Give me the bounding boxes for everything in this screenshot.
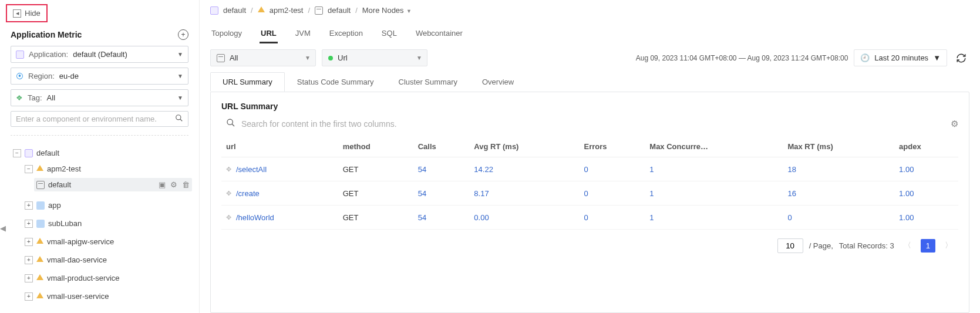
search-icon[interactable] — [175, 114, 183, 124]
subtab-overview[interactable]: Overview — [470, 72, 526, 92]
tab-webcontainer[interactable]: Webcontainer — [415, 25, 464, 43]
cell-max-rt[interactable]: 0 — [787, 213, 792, 222]
cell-max-conc[interactable]: 1 — [649, 165, 654, 174]
expand-icon[interactable] — [25, 292, 33, 301]
col-avg-rt[interactable]: Avg RT (ms) — [469, 136, 579, 157]
gear-icon[interactable]: ⚙ — [170, 180, 177, 189]
tab-sql[interactable]: SQL — [380, 25, 398, 43]
expand-icon[interactable] — [25, 220, 33, 228]
expand-icon[interactable] — [25, 201, 33, 210]
cell-avg-rt[interactable]: 8.17 — [474, 189, 489, 198]
cell-apdex[interactable]: 1.00 — [899, 189, 914, 198]
gear-icon[interactable]: ⚙ — [951, 119, 958, 129]
tree-node-apm2-test[interactable]: apm2-test — [22, 162, 192, 176]
cell-calls[interactable]: 54 — [418, 213, 426, 222]
collapse-icon[interactable] — [25, 165, 33, 173]
add-metric-button[interactable]: + — [178, 29, 188, 40]
time-preset-dropdown[interactable]: 🕘 Last 20 minutes ▼ — [854, 49, 947, 66]
image-icon[interactable]: ▣ — [159, 180, 166, 189]
tree-node-vmall-dao[interactable]: vmall-dao-service — [22, 253, 192, 267]
sidebar-search-input[interactable] — [16, 115, 171, 123]
delete-icon[interactable]: 🗑 — [182, 180, 190, 189]
page-button[interactable]: 1 — [921, 239, 935, 253]
col-method[interactable]: method — [338, 136, 413, 157]
folder-icon — [36, 201, 45, 210]
cell-errors[interactable]: 0 — [584, 189, 588, 198]
cell-max-rt[interactable]: 18 — [787, 165, 796, 174]
collapse-handle[interactable]: ◀ — [0, 223, 6, 233]
tree-node-subluban[interactable]: subLuban — [22, 217, 192, 230]
tree-root[interactable]: default — [11, 146, 192, 160]
breadcrumb-link[interactable]: default — [328, 6, 351, 15]
chevron-down-icon: ▼ — [177, 95, 183, 101]
cell-errors[interactable]: 0 — [584, 165, 588, 174]
application-select[interactable]: Application: default (Default) ▼ — [11, 46, 188, 63]
env-filter-dropdown[interactable]: All ▼ — [210, 49, 316, 66]
search-icon[interactable] — [226, 118, 235, 129]
chevron-down-icon: ▼ — [933, 53, 941, 62]
col-max-rt[interactable]: Max RT (ms) — [783, 136, 894, 157]
cube-icon — [258, 6, 265, 12]
subtab-cluster[interactable]: Cluster Summary — [386, 72, 470, 92]
cell-calls[interactable]: 54 — [418, 165, 426, 174]
col-url[interactable]: url — [221, 136, 338, 157]
col-apdex[interactable]: apdex — [894, 136, 958, 157]
breadcrumb-link[interactable]: apm2-test — [270, 6, 304, 15]
table-row[interactable]: ✥/createGET548.1701161.00 — [221, 181, 958, 206]
cell-max-conc[interactable]: 1 — [649, 189, 654, 198]
tree-node-vmall-user[interactable]: vmall-user-service — [22, 290, 192, 303]
subtab-url-summary[interactable]: URL Summary — [210, 72, 285, 92]
prev-page-button[interactable]: 〈 — [900, 238, 915, 253]
refresh-button[interactable] — [953, 50, 969, 66]
tree-node-vmall-product[interactable]: vmall-product-service — [22, 271, 192, 285]
hide-button[interactable]: Hide — [6, 4, 48, 22]
url-link[interactable]: /selectAll — [236, 165, 267, 174]
cell-method: GET — [338, 206, 413, 230]
next-page-button[interactable]: 〉 — [941, 238, 956, 253]
tab-jvm[interactable]: JVM — [294, 25, 312, 43]
breadcrumb-more-nodes[interactable]: More Nodes ▼ — [362, 6, 412, 15]
table-row[interactable]: ✥/helloWorldGET540.000101.00 — [221, 206, 958, 230]
subtab-status-code[interactable]: Status Code Summary — [285, 72, 386, 92]
tree-node-label: app — [48, 201, 61, 210]
tree-node-app[interactable]: app — [22, 198, 192, 212]
url-link[interactable]: /helloWorld — [236, 213, 274, 222]
cell-max-rt[interactable]: 16 — [787, 189, 796, 198]
table-row[interactable]: ✥/selectAllGET5414.2201181.00 — [221, 157, 958, 181]
table-search-input[interactable] — [241, 119, 945, 129]
tab-topology[interactable]: Topology — [210, 25, 243, 43]
cell-calls[interactable]: 54 — [418, 189, 426, 198]
tab-url[interactable]: URL — [260, 25, 278, 43]
cell-errors[interactable]: 0 — [584, 213, 588, 222]
page-size-input[interactable] — [777, 238, 803, 253]
subtabs: URL Summary Status Code Summary Cluster … — [208, 72, 972, 92]
cell-apdex[interactable]: 1.00 — [899, 165, 914, 174]
breadcrumb-link[interactable]: default — [223, 6, 246, 15]
col-max-conc[interactable]: Max Concurre… — [645, 136, 783, 157]
tree-env-default[interactable]: default ▣ ⚙ 🗑 — [34, 178, 192, 191]
cell-avg-rt[interactable]: 0.00 — [474, 213, 489, 222]
expand-icon[interactable] — [25, 238, 33, 246]
url-link[interactable]: /create — [236, 189, 260, 198]
col-calls[interactable]: Calls — [413, 136, 470, 157]
cube-icon — [36, 292, 43, 298]
cell-apdex[interactable]: 1.00 — [899, 213, 914, 222]
tab-exception[interactable]: Exception — [328, 25, 364, 43]
cell-max-conc[interactable]: 1 — [649, 213, 654, 222]
tag-value: All — [47, 93, 55, 102]
tree-node-vmall-apigw[interactable]: vmall-apigw-service — [22, 235, 192, 248]
collapse-icon[interactable] — [13, 149, 21, 157]
expand-icon[interactable] — [25, 256, 33, 264]
chevron-down-icon: ▼ — [177, 73, 183, 79]
url-filter-dropdown[interactable]: Url ▼ — [322, 49, 427, 66]
env-icon — [36, 181, 45, 189]
expand-icon[interactable] — [25, 274, 33, 282]
sidebar-search[interactable] — [11, 111, 188, 127]
col-errors[interactable]: Errors — [579, 136, 645, 157]
location-icon: ⦿ — [16, 72, 23, 80]
tree-node-label: apm2-test — [47, 164, 81, 173]
cell-avg-rt[interactable]: 14.22 — [474, 165, 493, 174]
chevron-down-icon: ▼ — [305, 55, 311, 61]
tag-select[interactable]: ❖ Tag: All ▼ — [11, 89, 188, 106]
region-select[interactable]: ⦿ Region: eu-de ▼ — [11, 68, 188, 85]
